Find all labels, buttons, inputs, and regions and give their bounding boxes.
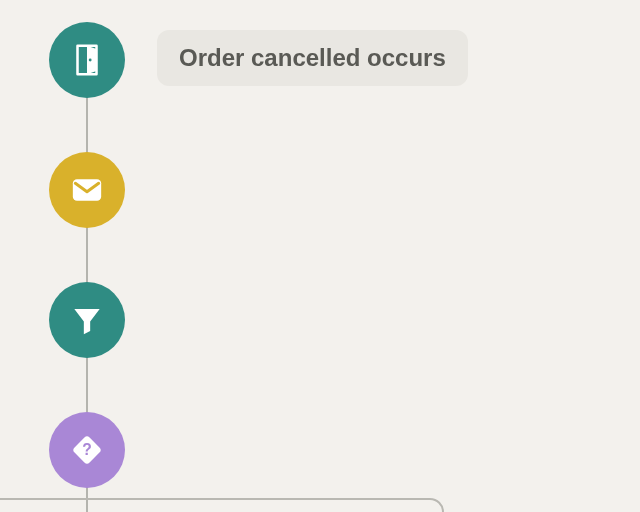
mail-icon bbox=[67, 170, 107, 210]
branch-container bbox=[0, 498, 444, 512]
funnel-icon bbox=[68, 301, 106, 339]
svg-point-0 bbox=[89, 59, 92, 62]
svg-text:?: ? bbox=[82, 441, 92, 458]
workflow-canvas[interactable]: Order cancelled occurs ? bbox=[0, 0, 640, 512]
filter-node[interactable] bbox=[49, 282, 125, 358]
trigger-label: Order cancelled occurs bbox=[157, 30, 468, 86]
door-icon bbox=[68, 41, 106, 79]
email-node[interactable] bbox=[49, 152, 125, 228]
question-diamond-icon: ? bbox=[65, 428, 109, 472]
condition-node[interactable]: ? bbox=[49, 412, 125, 488]
trigger-node[interactable] bbox=[49, 22, 125, 98]
